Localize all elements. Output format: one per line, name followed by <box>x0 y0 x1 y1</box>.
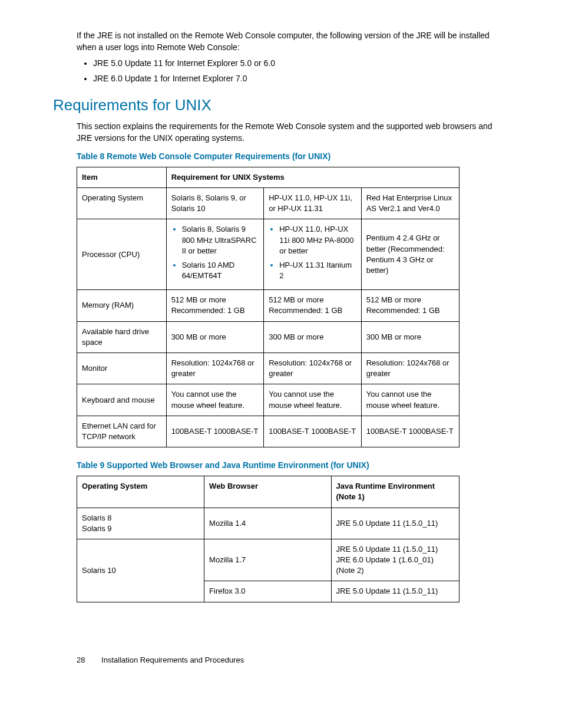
table-row: Memory (RAM) 512 MB or moreRecommended: … <box>77 290 459 321</box>
table-row: Solaris 8Solaris 9 Mozilla 1.4 JRE 5.0 U… <box>77 508 459 539</box>
cell-jre: JRE 5.0 Update 11 (1.5.0_11) <box>331 581 459 602</box>
table-row: Ethernet LAN card for TCP/IP network 100… <box>77 416 459 447</box>
cell-browser: Firefox 3.0 <box>204 581 331 602</box>
table-row: Monitor Resolution: 1024x768 or greater … <box>77 353 459 384</box>
cell: You cannot use the mouse wheel feature. <box>264 384 362 416</box>
cell: 300 MB or more <box>264 321 362 353</box>
row-label: Memory (RAM) <box>77 290 167 321</box>
col-header-jre: Java Runtime Environment (Note 1) <box>331 476 459 508</box>
cell: Red Hat Enterprise Linux AS Ver2.1 and V… <box>361 187 459 219</box>
col-header-browser: Web Browser <box>204 476 331 508</box>
cell: Solaris 8, Solaris 9 800 MHz UltraSPARC … <box>166 219 264 290</box>
row-label: Operating System <box>77 187 167 219</box>
col-header-os: Operating System <box>77 476 204 508</box>
cell: 100BASE-T 1000BASE-T <box>166 416 264 447</box>
table-row: Keyboard and mouse You cannot use the mo… <box>77 384 459 416</box>
list-item: Solaris 8, Solaris 9 800 MHz UltraSPARC … <box>182 224 259 256</box>
row-label: Processor (CPU) <box>77 219 167 290</box>
cell-jre: JRE 5.0 Update 11 (1.5.0_11) <box>331 508 459 539</box>
cell: You cannot use the mouse wheel feature. <box>361 384 459 416</box>
cell: HP-UX 11.0, HP-UX 11i 800 MHz PA-8000 or… <box>264 219 362 290</box>
col-header-item: Item <box>77 167 167 187</box>
cell-browser: Mozilla 1.4 <box>204 508 331 539</box>
cell-os: Solaris 8Solaris 9 <box>77 508 204 539</box>
cell-browser: Mozilla 1.7 <box>204 539 331 581</box>
cell: 300 MB or more <box>361 321 459 353</box>
intro-bullet-list: JRE 5.0 Update 11 for Internet Explorer … <box>77 57 509 85</box>
row-label: Available hard drive space <box>77 321 167 353</box>
list-item: JRE 5.0 Update 11 for Internet Explorer … <box>93 57 509 69</box>
list-item: HP-UX 11.0, HP-UX 11i 800 MHz PA-8000 or… <box>279 224 356 256</box>
cell: Solaris 8, Solaris 9, or Solaris 10 <box>166 187 264 219</box>
cell-jre: JRE 5.0 Update 11 (1.5.0_11)JRE 6.0 Upda… <box>331 539 459 581</box>
table-row: Processor (CPU) Solaris 8, Solaris 9 800… <box>77 219 459 290</box>
table9-caption: Table 9 Supported Web Browser and Java R… <box>77 460 509 470</box>
cell: You cannot use the mouse wheel feature. <box>166 384 264 416</box>
cell: 512 MB or moreRecommended: 1 GB <box>361 290 459 321</box>
section-paragraph: This section explains the requirements f… <box>77 120 509 144</box>
table8-caption: Table 8 Remote Web Console Computer Requ… <box>77 151 509 161</box>
cell: Resolution: 1024x768 or greater <box>264 353 362 384</box>
list-item: JRE 6.0 Update 1 for Internet Explorer 7… <box>93 73 509 84</box>
cell: Resolution: 1024x768 or greater <box>361 353 459 384</box>
cell: 300 MB or more <box>166 321 264 353</box>
section-heading: Requirements for UNIX <box>53 96 509 114</box>
table-row: Available hard drive space 300 MB or mor… <box>77 321 459 353</box>
cell: 100BASE-T 1000BASE-T <box>361 416 459 447</box>
table-row: Operating System Solaris 8, Solaris 9, o… <box>77 187 459 219</box>
cell: HP-UX 11.0, HP-UX 11i, or HP-UX 11.31 <box>264 187 362 219</box>
cell: Pentium 4 2.4 GHz or better (Recommended… <box>361 219 459 290</box>
cell: 512 MB or moreRecommended: 1 GB <box>264 290 362 321</box>
table9: Operating System Web Browser Java Runtim… <box>77 476 459 602</box>
row-label: Keyboard and mouse <box>77 384 167 416</box>
col-header-requirement: Requirement for UNIX Systems <box>166 167 459 187</box>
cell: 100BASE-T 1000BASE-T <box>264 416 362 447</box>
table-row: Solaris 10 Mozilla 1.7 JRE 5.0 Update 11… <box>77 539 459 581</box>
list-item: HP-UX 11.31 Itanium 2 <box>279 260 356 281</box>
table-header-row: Operating System Web Browser Java Runtim… <box>77 476 459 508</box>
footer-title: Installation Requirements and Procedures <box>101 655 244 664</box>
table8: Item Requirement for UNIX Systems Operat… <box>77 167 459 447</box>
table-header-row: Item Requirement for UNIX Systems <box>77 167 459 187</box>
page-footer: 28 Installation Requirements and Procedu… <box>77 655 509 664</box>
cell: Resolution: 1024x768 or greater <box>166 353 264 384</box>
cell-os: Solaris 10 <box>77 539 204 602</box>
cell: 512 MB or moreRecommended: 1 GB <box>166 290 264 321</box>
page-number: 28 <box>77 655 85 664</box>
list-item: Solaris 10 AMD 64/EMT64T <box>182 260 259 281</box>
row-label: Monitor <box>77 353 167 384</box>
row-label: Ethernet LAN card for TCP/IP network <box>77 416 167 447</box>
intro-paragraph: If the JRE is not installed on the Remot… <box>77 29 509 54</box>
